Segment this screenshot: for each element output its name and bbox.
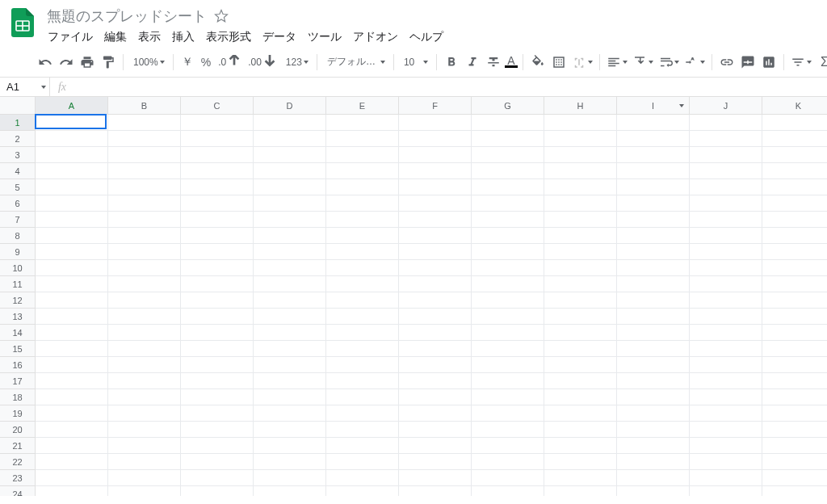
cell-J6[interactable]: [690, 195, 762, 212]
cell-C9[interactable]: [181, 244, 254, 260]
cell-D1[interactable]: [254, 115, 326, 131]
cell-I24[interactable]: [617, 486, 690, 496]
cell-H16[interactable]: [544, 357, 617, 373]
cell-H8[interactable]: [544, 228, 617, 244]
cell-D17[interactable]: [254, 373, 326, 389]
cell-A2[interactable]: [36, 131, 108, 147]
row-header-17[interactable]: 17: [0, 373, 35, 389]
cell-A23[interactable]: [36, 470, 108, 486]
cell-F5[interactable]: [399, 179, 472, 195]
cell-D3[interactable]: [254, 147, 326, 163]
row-header-19[interactable]: 19: [0, 405, 35, 422]
cell-A6[interactable]: [36, 195, 108, 212]
cell-G23[interactable]: [472, 470, 544, 486]
horizontal-align-dropdown[interactable]: [605, 52, 629, 72]
cell-I19[interactable]: [617, 405, 690, 422]
cell-E4[interactable]: [326, 163, 399, 179]
cell-D16[interactable]: [254, 357, 326, 373]
cell-G15[interactable]: [472, 341, 544, 357]
cell-G2[interactable]: [472, 131, 544, 147]
cell-K7[interactable]: [762, 212, 827, 228]
cell-I2[interactable]: [617, 131, 690, 147]
cell-H4[interactable]: [544, 163, 617, 179]
cell-E13[interactable]: [326, 309, 399, 325]
cell-C2[interactable]: [181, 131, 254, 147]
cell-H22[interactable]: [544, 454, 617, 470]
column-header-J[interactable]: J: [690, 97, 762, 114]
cell-K23[interactable]: [762, 470, 827, 486]
cell-K3[interactable]: [762, 147, 827, 163]
cell-J5[interactable]: [690, 179, 762, 195]
cell-C12[interactable]: [181, 292, 254, 309]
cell-A12[interactable]: [36, 292, 108, 309]
row-header-8[interactable]: 8: [0, 228, 35, 244]
menu-file[interactable]: ファイル: [42, 27, 99, 48]
row-header-10[interactable]: 10: [0, 260, 35, 276]
cell-C7[interactable]: [181, 212, 254, 228]
cell-G13[interactable]: [472, 309, 544, 325]
cell-F4[interactable]: [399, 163, 472, 179]
cell-G4[interactable]: [472, 163, 544, 179]
cell-G9[interactable]: [472, 244, 544, 260]
cell-B4[interactable]: [108, 163, 181, 179]
cell-C6[interactable]: [181, 195, 254, 212]
row-header-4[interactable]: 4: [0, 163, 35, 179]
cell-C24[interactable]: [181, 486, 254, 496]
cell-C5[interactable]: [181, 179, 254, 195]
cell-I6[interactable]: [617, 195, 690, 212]
cell-G11[interactable]: [472, 276, 544, 292]
cell-E3[interactable]: [326, 147, 399, 163]
strikethrough-button[interactable]: [484, 52, 503, 72]
cell-B12[interactable]: [108, 292, 181, 309]
row-header-21[interactable]: 21: [0, 438, 35, 454]
cell-I23[interactable]: [617, 470, 690, 486]
cell-D15[interactable]: [254, 341, 326, 357]
row-header-5[interactable]: 5: [0, 179, 35, 195]
text-wrap-dropdown[interactable]: [657, 52, 681, 72]
fill-color-button[interactable]: [528, 52, 548, 72]
cell-F11[interactable]: [399, 276, 472, 292]
cell-C19[interactable]: [181, 405, 254, 422]
cell-E20[interactable]: [326, 422, 399, 438]
cell-E22[interactable]: [326, 454, 399, 470]
cell-B13[interactable]: [108, 309, 181, 325]
row-header-23[interactable]: 23: [0, 470, 35, 486]
cell-B2[interactable]: [108, 131, 181, 147]
increase-decimal-button[interactable]: .00: [246, 52, 279, 72]
cell-E8[interactable]: [326, 228, 399, 244]
cell-A3[interactable]: [36, 147, 108, 163]
cell-B22[interactable]: [108, 454, 181, 470]
cell-G12[interactable]: [472, 292, 544, 309]
row-header-2[interactable]: 2: [0, 131, 35, 147]
cell-E11[interactable]: [326, 276, 399, 292]
cell-E6[interactable]: [326, 195, 399, 212]
cell-D9[interactable]: [254, 244, 326, 260]
cell-A21[interactable]: [36, 438, 108, 454]
menu-insert[interactable]: 挿入: [166, 27, 200, 48]
column-header-B[interactable]: B: [108, 97, 181, 114]
cell-B8[interactable]: [108, 228, 181, 244]
cell-H5[interactable]: [544, 179, 617, 195]
cell-B16[interactable]: [108, 357, 181, 373]
bold-button[interactable]: [442, 52, 461, 72]
cell-F10[interactable]: [399, 260, 472, 276]
merge-cells-dropdown[interactable]: [570, 52, 594, 72]
cell-K2[interactable]: [762, 131, 827, 147]
cell-I22[interactable]: [617, 454, 690, 470]
more-formats-dropdown[interactable]: 123: [281, 52, 312, 72]
row-header-1[interactable]: 1: [0, 115, 35, 131]
cell-C1[interactable]: [181, 115, 254, 131]
column-header-A[interactable]: A: [36, 97, 108, 114]
cell-F21[interactable]: [399, 438, 472, 454]
cell-E9[interactable]: [326, 244, 399, 260]
row-header-18[interactable]: 18: [0, 389, 35, 405]
cell-H15[interactable]: [544, 341, 617, 357]
cell-J10[interactable]: [690, 260, 762, 276]
cell-K9[interactable]: [762, 244, 827, 260]
cell-G19[interactable]: [472, 405, 544, 422]
cell-K19[interactable]: [762, 405, 827, 422]
row-header-24[interactable]: 24: [0, 486, 35, 496]
font-size-dropdown[interactable]: 10: [399, 52, 431, 72]
cell-C14[interactable]: [181, 325, 254, 341]
cell-B1[interactable]: [108, 115, 181, 131]
